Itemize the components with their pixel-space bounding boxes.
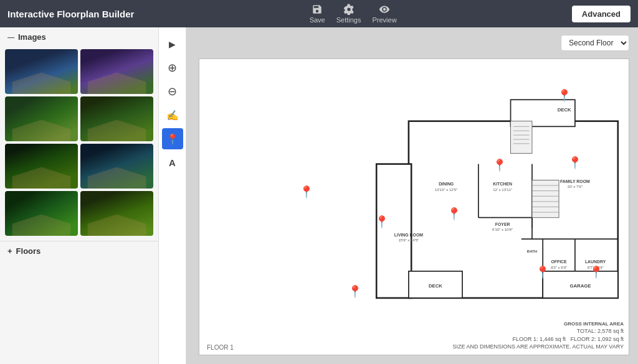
floorplan-container: DECK DINING 13'10" x 12'5" KITCHEN 12' x…: [199, 58, 629, 355]
pin-button[interactable]: 📍: [162, 128, 183, 149]
tool-panel: ▶ ⊕ ⊖ ✍ 📍 A: [159, 27, 186, 364]
preview-icon: [379, 4, 390, 15]
svg-text:📍: 📍: [374, 215, 389, 229]
svg-text:📍: 📍: [492, 158, 507, 172]
expand-floors-icon: +: [7, 246, 12, 256]
save-button[interactable]: Save: [310, 4, 325, 24]
svg-text:📍: 📍: [589, 265, 604, 279]
app-header: Interactive Floorplan Builder Save Setti…: [0, 0, 638, 27]
svg-text:FAMILY ROOM: FAMILY ROOM: [560, 179, 590, 184]
main-layout: — Images + Floors ▶ ⊕ ⊖ ✍: [0, 27, 638, 364]
cursor-icon: ▶: [169, 39, 176, 49]
floor-label: FLOOR 1: [207, 344, 234, 351]
select-tool-button[interactable]: ▶: [162, 34, 183, 55]
floorplan-svg: DECK DINING 13'10" x 12'5" KITCHEN 12' x…: [199, 59, 629, 355]
svg-text:6'10" x 10'8": 6'10" x 10'8": [492, 228, 513, 231]
images-section-header[interactable]: — Images: [0, 27, 158, 47]
zoom-out-icon: ⊖: [168, 85, 177, 98]
image-thumb-8[interactable]: [80, 191, 153, 236]
image-thumb-4[interactable]: [80, 96, 153, 141]
svg-rect-19: [511, 121, 532, 154]
svg-text:LAUNDRY: LAUNDRY: [585, 259, 606, 264]
svg-text:LIVING ROOM: LIVING ROOM: [394, 233, 423, 237]
svg-text:DINING: DINING: [439, 182, 454, 186]
svg-text:GARAGE: GARAGE: [569, 283, 591, 289]
image-thumb-6[interactable]: [80, 144, 153, 189]
floor-selector[interactable]: Second Floor First Floor: [561, 35, 629, 51]
image-thumb-2[interactable]: [80, 49, 153, 94]
floors-section-label: Floors: [16, 246, 41, 256]
pan-button[interactable]: ✍: [162, 105, 183, 126]
settings-button[interactable]: Settings: [336, 4, 361, 24]
svg-text:📍: 📍: [299, 185, 314, 199]
svg-text:FOYER: FOYER: [495, 222, 510, 226]
pin-icon: 📍: [166, 133, 179, 145]
svg-text:13'10" x 12'5": 13'10" x 12'5": [435, 188, 457, 192]
svg-text:📍: 📍: [535, 265, 550, 279]
text-icon: A: [169, 157, 176, 168]
canvas-area[interactable]: Second Floor First Floor: [186, 27, 638, 364]
floors-section-header[interactable]: + Floors: [0, 241, 158, 261]
svg-text:20' x ?'6": 20' x ?'6": [568, 185, 583, 189]
image-thumb-7[interactable]: [5, 191, 78, 236]
settings-icon: [343, 4, 355, 15]
svg-rect-12: [532, 180, 559, 217]
images-section-label: Images: [18, 32, 46, 42]
image-thumb-5[interactable]: [5, 144, 78, 189]
preview-button[interactable]: Preview: [372, 4, 396, 24]
svg-text:9'3" x 6'9": 9'3" x 6'9": [551, 266, 567, 269]
svg-rect-2: [376, 164, 411, 298]
svg-text:📍: 📍: [557, 88, 572, 103]
collapse-images-icon: —: [7, 34, 14, 41]
svg-text:BATH: BATH: [527, 250, 537, 253]
toolbar: Save Settings Preview: [310, 4, 397, 24]
svg-text:12' x 13'11": 12' x 13'11": [493, 188, 512, 192]
svg-text:OFFICE: OFFICE: [551, 259, 567, 264]
image-thumb-1[interactable]: [5, 49, 78, 94]
app-title: Interactive Floorplan Builder: [7, 9, 134, 19]
image-thumb-3[interactable]: [5, 96, 78, 141]
save-icon: [312, 4, 323, 15]
svg-text:15'9" x 14'5": 15'9" x 14'5": [398, 238, 419, 242]
svg-text:📍: 📍: [348, 284, 363, 299]
svg-text:📍: 📍: [447, 207, 462, 221]
zoom-out-button[interactable]: ⊖: [162, 81, 183, 102]
svg-text:DECK: DECK: [558, 107, 571, 113]
svg-text:DECK: DECK: [429, 283, 442, 289]
image-grid: [0, 47, 158, 241]
svg-text:KITCHEN: KITCHEN: [493, 182, 512, 186]
hand-icon: ✍: [166, 110, 179, 121]
advanced-button[interactable]: Advanced: [572, 6, 631, 22]
svg-text:📍: 📍: [568, 156, 583, 170]
text-button[interactable]: A: [162, 152, 183, 173]
zoom-in-button[interactable]: ⊕: [162, 57, 183, 78]
sidebar: — Images + Floors: [0, 27, 159, 364]
gross-area-text: GROSS INTERNAL AREA TOTAL: 2,578 sq ft F…: [453, 320, 624, 351]
zoom-in-icon: ⊕: [168, 61, 177, 75]
